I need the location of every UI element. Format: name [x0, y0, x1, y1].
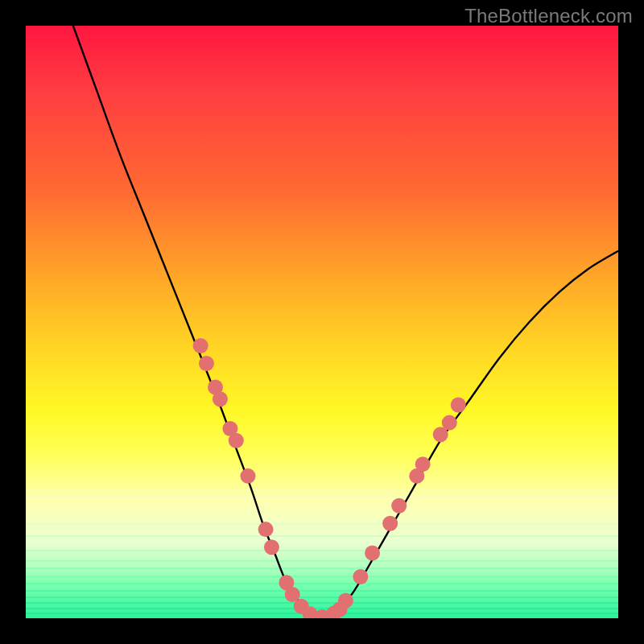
data-dot [229, 433, 244, 448]
plot-area [26, 26, 618, 618]
bottleneck-curve [73, 26, 618, 618]
outer-frame: TheBottleneck.com [0, 0, 644, 644]
data-dot [199, 356, 214, 371]
data-dot [264, 539, 279, 555]
data-dot [241, 469, 256, 484]
data-dot [258, 522, 274, 537]
data-dot [338, 592, 353, 608]
chart-svg [26, 26, 618, 618]
data-dot [365, 546, 380, 561]
data-dot [451, 398, 466, 413]
data-dot [213, 391, 228, 407]
data-dot [353, 569, 368, 584]
data-dots [193, 338, 466, 618]
data-dot [382, 516, 398, 531]
watermark-text: TheBottleneck.com [464, 5, 633, 27]
data-dot [415, 456, 431, 472]
data-dot [442, 415, 457, 431]
data-dot [391, 498, 407, 514]
data-dot [193, 338, 208, 353]
